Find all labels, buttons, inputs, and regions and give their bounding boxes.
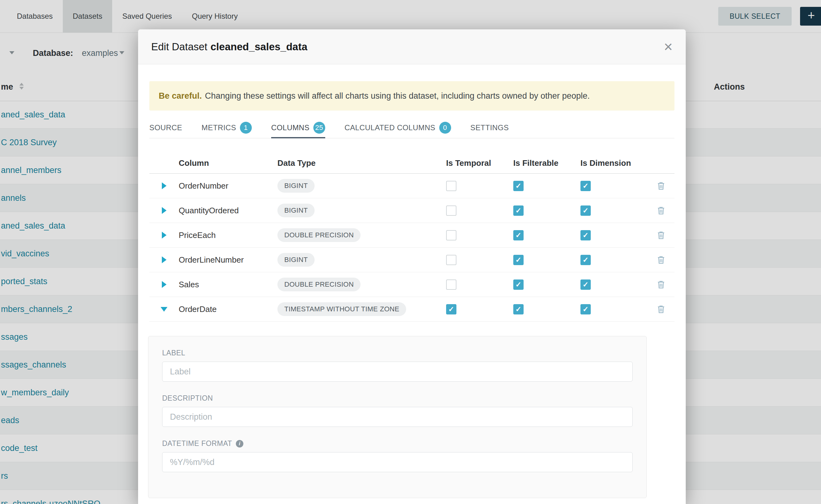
column-name: OrderLineNumber bbox=[179, 255, 277, 265]
data-type-pill: DOUBLE PRECISION bbox=[277, 228, 360, 242]
column-name: PriceEach bbox=[179, 230, 277, 240]
is-dimension-checkbox[interactable] bbox=[581, 230, 591, 240]
tab-label: METRICS bbox=[201, 123, 236, 132]
is-dimension-checkbox[interactable] bbox=[581, 279, 591, 290]
modal-header: Edit Datasetcleaned_sales_data × bbox=[138, 29, 686, 64]
expand-caret-icon[interactable] bbox=[161, 307, 167, 312]
is-temporal-checkbox[interactable] bbox=[446, 304, 457, 314]
column-name: OrderDate bbox=[179, 304, 277, 314]
count-badge: 25 bbox=[313, 122, 325, 134]
close-icon[interactable]: × bbox=[664, 39, 673, 54]
is-dimension-checkbox[interactable] bbox=[581, 205, 591, 216]
tab-columns[interactable]: COLUMNS 25 bbox=[271, 117, 325, 138]
count-badge: 0 bbox=[439, 122, 451, 134]
is-temporal-checkbox[interactable] bbox=[446, 279, 457, 290]
modal-body: Be careful. Changing these settings will… bbox=[138, 64, 686, 498]
warning-banner: Be careful. Changing these settings will… bbox=[149, 81, 675, 111]
expand-caret-icon[interactable] bbox=[162, 281, 166, 288]
datetime-format-field-label: DATETIME FORMAT bbox=[162, 439, 232, 448]
tab-label: COLUMNS bbox=[271, 123, 309, 132]
datetime-format-field: DATETIME FORMAT bbox=[162, 439, 633, 472]
expand-caret-icon[interactable] bbox=[162, 182, 166, 189]
is-dimension-checkbox[interactable] bbox=[581, 255, 591, 265]
description-input[interactable] bbox=[162, 407, 633, 427]
modal-title: Edit Datasetcleaned_sales_data bbox=[151, 41, 307, 53]
screen: Databases Datasets Saved Queries Query H… bbox=[0, 0, 821, 504]
label-field: LABEL bbox=[162, 349, 633, 382]
delete-icon[interactable] bbox=[656, 255, 666, 264]
column-row: Sales DOUBLE PRECISION bbox=[149, 272, 675, 297]
tab-settings[interactable]: SETTINGS bbox=[471, 117, 509, 138]
column-detail-editor: LABEL DESCRIPTION DATETIME FORMAT bbox=[148, 336, 647, 498]
tab-label: SETTINGS bbox=[471, 123, 509, 132]
expand-caret-icon[interactable] bbox=[162, 207, 166, 214]
is-filterable-checkbox[interactable] bbox=[513, 230, 524, 240]
count-badge: 1 bbox=[240, 122, 252, 134]
edit-dataset-modal: Edit Datasetcleaned_sales_data × Be care… bbox=[138, 29, 686, 504]
expand-caret-icon[interactable] bbox=[162, 232, 166, 239]
tab-calculated-columns[interactable]: CALCULATED COLUMNS 0 bbox=[344, 117, 451, 138]
is-temporal-checkbox[interactable] bbox=[446, 230, 457, 240]
data-type-pill: TIMESTAMP WITHOUT TIME ZONE bbox=[277, 302, 406, 316]
warning-banner-bold: Be careful. bbox=[159, 91, 202, 101]
column-name: OrderNumber bbox=[179, 181, 277, 191]
delete-icon[interactable] bbox=[656, 206, 666, 215]
label-field-label: LABEL bbox=[162, 349, 633, 357]
column-row: OrderLineNumber BIGINT bbox=[149, 248, 675, 272]
column-header: Column bbox=[179, 158, 277, 168]
is-temporal-checkbox[interactable] bbox=[446, 205, 457, 216]
column-row: QuantityOrdered BIGINT bbox=[149, 198, 675, 223]
tab-metrics[interactable]: METRICS 1 bbox=[201, 117, 252, 138]
expand-caret-icon[interactable] bbox=[162, 256, 166, 263]
is-temporal-checkbox[interactable] bbox=[446, 255, 457, 265]
column-row: OrderDate TIMESTAMP WITHOUT TIME ZONE bbox=[149, 297, 675, 322]
modal-title-prefix: Edit Dataset bbox=[151, 41, 207, 52]
delete-icon[interactable] bbox=[656, 280, 666, 289]
description-field-label: DESCRIPTION bbox=[162, 394, 633, 403]
is-temporal-checkbox[interactable] bbox=[446, 181, 457, 191]
delete-icon[interactable] bbox=[656, 181, 666, 190]
data-type-pill: BIGINT bbox=[277, 179, 314, 193]
is-filterable-checkbox[interactable] bbox=[513, 255, 524, 265]
datetime-format-input[interactable] bbox=[162, 452, 633, 472]
column-name: QuantityOrdered bbox=[179, 206, 277, 215]
column-name: Sales bbox=[179, 280, 277, 289]
columns-table-header: Column Data Type Is Temporal Is Filterab… bbox=[149, 153, 675, 174]
column-row: PriceEach DOUBLE PRECISION bbox=[149, 223, 675, 248]
delete-icon[interactable] bbox=[656, 304, 666, 314]
description-field: DESCRIPTION bbox=[162, 394, 633, 427]
is-dimension-checkbox[interactable] bbox=[581, 304, 591, 314]
is-dimension-header: Is Dimension bbox=[581, 158, 648, 168]
info-icon[interactable] bbox=[236, 440, 243, 447]
warning-banner-text: Changing these settings will affect all … bbox=[205, 91, 590, 101]
delete-icon[interactable] bbox=[656, 230, 666, 240]
column-row: OrderNumber BIGINT bbox=[149, 174, 675, 198]
is-filterable-checkbox[interactable] bbox=[513, 181, 524, 191]
is-temporal-header: Is Temporal bbox=[446, 158, 513, 168]
is-filterable-checkbox[interactable] bbox=[513, 279, 524, 290]
modal-title-dataset-name: cleaned_sales_data bbox=[210, 41, 307, 52]
label-input[interactable] bbox=[162, 362, 633, 382]
tab-label: SOURCE bbox=[149, 123, 182, 132]
data-type-pill: BIGINT bbox=[277, 204, 314, 217]
data-type-header: Data Type bbox=[277, 158, 446, 168]
data-type-pill: DOUBLE PRECISION bbox=[277, 278, 360, 291]
tab-label: CALCULATED COLUMNS bbox=[344, 123, 436, 132]
is-filterable-checkbox[interactable] bbox=[513, 205, 524, 216]
is-dimension-checkbox[interactable] bbox=[581, 181, 591, 191]
is-filterable-checkbox[interactable] bbox=[513, 304, 524, 314]
columns-table: Column Data Type Is Temporal Is Filterab… bbox=[149, 153, 675, 322]
data-type-pill: BIGINT bbox=[277, 253, 314, 267]
is-filterable-header: Is Filterable bbox=[513, 158, 581, 168]
modal-tabs: SOURCE METRICS 1 COLUMNS 25 CALCULATED C… bbox=[149, 117, 675, 138]
tab-source[interactable]: SOURCE bbox=[149, 117, 182, 138]
